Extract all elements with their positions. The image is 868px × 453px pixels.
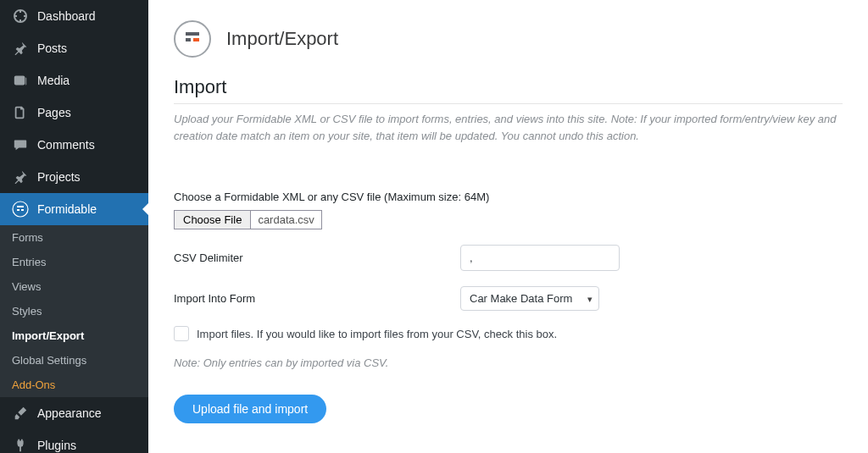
page-title: Import/Export <box>226 28 338 50</box>
sidebar-item-formidable[interactable]: Formidable <box>0 193 148 225</box>
import-files-row: Import files. If you would like to impor… <box>174 326 843 341</box>
svg-rect-1 <box>17 206 24 207</box>
file-row: Choose a Formidable XML or any CSV file … <box>174 191 843 229</box>
page-header: Import/Export <box>148 0 868 76</box>
svg-rect-4 <box>186 32 199 36</box>
dashboard-icon <box>12 8 29 25</box>
content-area: Import Upload your Formidable XML or CSV… <box>148 76 868 440</box>
import-files-checkbox[interactable] <box>174 326 189 341</box>
sidebar-item-media[interactable]: Media <box>0 64 148 97</box>
formidable-logo <box>174 20 211 58</box>
sidebar-item-pages[interactable]: Pages <box>0 97 148 129</box>
sidebar-item-label: Comments <box>37 138 95 152</box>
submenu-styles[interactable]: Styles <box>0 299 148 323</box>
sidebar-item-label: Projects <box>37 170 81 184</box>
svg-rect-6 <box>193 38 199 41</box>
main-content: Import/Export Import Upload your Formida… <box>148 0 868 453</box>
sidebar-item-comments[interactable]: Comments <box>0 129 148 161</box>
pin-icon <box>12 40 29 57</box>
svg-rect-5 <box>186 38 191 41</box>
csv-delimiter-label: CSV Delimiter <box>174 251 460 264</box>
sidebar-item-posts[interactable]: Posts <box>0 32 148 64</box>
sidebar-item-label: Appearance <box>37 406 102 420</box>
csv-note: Note: Only entries can by imported via C… <box>174 356 843 369</box>
csv-delimiter-input[interactable] <box>460 245 620 271</box>
submenu-add-ons[interactable]: Add-Ons <box>0 373 148 397</box>
sidebar-item-label: Dashboard <box>37 9 96 23</box>
choose-file-label: Choose a Formidable XML or any CSV file … <box>174 191 843 203</box>
admin-sidebar: Dashboard Posts Media Pages Comments Pro… <box>0 0 148 453</box>
submenu-entries[interactable]: Entries <box>0 250 148 274</box>
sidebar-item-plugins[interactable]: Plugins <box>0 429 148 453</box>
sidebar-item-dashboard[interactable]: Dashboard <box>0 0 148 32</box>
sidebar-item-appearance[interactable]: Appearance <box>0 397 148 429</box>
sidebar-item-label: Plugins <box>37 439 76 452</box>
import-into-select[interactable]: Car Make Data Form <box>460 286 599 311</box>
sidebar-item-label: Pages <box>37 106 71 119</box>
submenu-views[interactable]: Views <box>0 274 148 299</box>
pin-icon <box>12 168 29 185</box>
submenu-global-settings[interactable]: Global Settings <box>0 348 148 373</box>
svg-rect-2 <box>17 209 19 211</box>
media-icon <box>12 72 29 89</box>
plug-icon <box>12 437 29 453</box>
sidebar-item-label: Formidable <box>37 202 97 216</box>
svg-point-0 <box>13 202 28 217</box>
import-files-label: Import files. If you would like to impor… <box>197 328 557 340</box>
submenu-forms[interactable]: Forms <box>0 225 148 250</box>
pages-icon <box>12 104 29 121</box>
file-input-control: Choose File cardata.csv <box>174 210 843 229</box>
sidebar-item-label: Media <box>37 74 70 87</box>
import-into-row: Import Into Form Car Make Data Form <box>174 286 843 311</box>
csv-delimiter-row: CSV Delimiter <box>174 245 843 271</box>
choose-file-button[interactable]: Choose File <box>174 210 251 229</box>
comment-icon <box>12 136 29 153</box>
sidebar-item-label: Posts <box>37 41 67 55</box>
submenu-import-export[interactable]: Import/Export <box>0 323 148 348</box>
brush-icon <box>12 405 29 422</box>
upload-import-button[interactable]: Upload file and import <box>174 395 326 423</box>
chosen-file-name: cardata.csv <box>251 210 321 229</box>
import-into-label: Import Into Form <box>174 292 460 305</box>
formidable-submenu: Forms Entries Views Styles Import/Export… <box>0 225 148 397</box>
import-description: Upload your Formidable XML or CSV file t… <box>174 103 843 144</box>
svg-rect-3 <box>21 209 24 211</box>
sidebar-item-projects[interactable]: Projects <box>0 161 148 193</box>
import-heading: Import <box>174 76 843 98</box>
formidable-icon <box>12 201 29 218</box>
